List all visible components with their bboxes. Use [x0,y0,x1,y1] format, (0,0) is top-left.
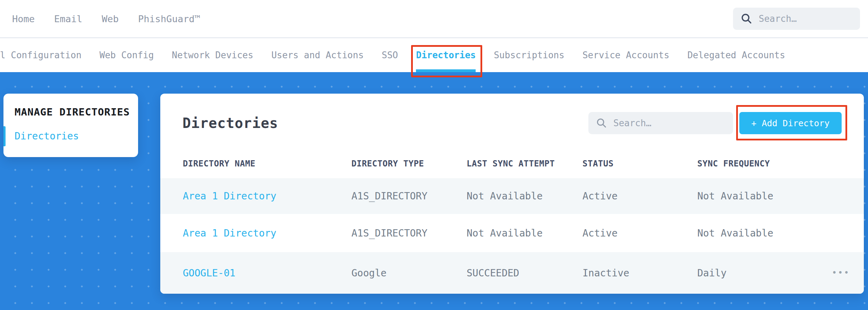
status-cell: Inactive [582,267,697,279]
sync-frequency-cell: Not Available [697,227,816,239]
tab-web-config[interactable]: Web Config [100,38,154,72]
nav-email[interactable]: Email [54,14,82,24]
directory-name-link[interactable]: GOOGLE-01 [183,267,351,279]
directory-name-link[interactable]: Area 1 Directory [183,227,351,239]
tab-network-devices[interactable]: Network Devices [172,38,253,72]
directory-type-cell: A1S_DIRECTORY [351,227,467,239]
directories-card: Directories + Add Directory [160,94,864,294]
directories-search[interactable] [588,112,733,134]
secondary-nav: l Configuration Web Config Network Devic… [0,38,868,72]
directories-search-input[interactable] [613,118,732,129]
search-icon [596,118,607,129]
active-item-indicator [3,126,6,146]
manage-directories-card: MANAGE DIRECTORIES Directories [3,94,138,157]
nav-web[interactable]: Web [102,14,119,24]
active-tab-underline [416,69,476,72]
row-actions-menu-icon[interactable]: ••• [816,268,864,278]
tab-directories[interactable]: Directories [416,38,476,72]
table-header: DIRECTORY NAME DIRECTORY TYPE LAST SYNC … [160,149,864,178]
directory-name-link[interactable]: Area 1 Directory [183,190,351,202]
table-row: Area 1 Directory A1S_DIRECTORY Not Avail… [160,178,864,214]
global-search[interactable] [733,8,860,30]
tab-directories-label: Directories [416,50,476,60]
last-sync-cell: SUCCEEDED [467,267,582,279]
col-directory-name: DIRECTORY NAME [183,159,351,169]
sidebar-item-directories[interactable]: Directories [15,130,138,142]
sidebar-item-directories-link[interactable]: Directories [15,130,79,142]
status-cell: Active [582,227,697,239]
tab-service-accounts[interactable]: Service Accounts [582,38,669,72]
sidebar-title: MANAGE DIRECTORIES [15,106,138,118]
add-directory-wrap: + Add Directory [739,112,842,134]
primary-nav-items: Home Email Web PhishGuard™ [0,14,200,24]
nav-phishguard[interactable]: PhishGuard™ [138,14,200,24]
search-icon [741,13,752,25]
card-header-controls: + Add Directory [588,112,842,134]
col-status: STATUS [582,159,697,169]
directory-type-cell: Google [351,267,467,279]
col-last-sync-attempt: LAST SYNC ATTEMPT [467,159,582,169]
table-row: Area 1 Directory A1S_DIRECTORY Not Avail… [160,214,864,252]
nav-home[interactable]: Home [12,14,35,24]
tab-delegated-accounts[interactable]: Delegated Accounts [687,38,785,72]
tab-email-configuration[interactable]: l Configuration [0,38,82,72]
primary-nav: Home Email Web PhishGuard™ [0,0,868,38]
page-background: MANAGE DIRECTORIES Directories Directori… [0,72,868,310]
sync-frequency-cell: Daily [697,267,816,279]
card-header: Directories + Add Directory [160,94,864,149]
last-sync-cell: Not Available [467,227,582,239]
tab-sso[interactable]: SSO [382,38,398,72]
col-sync-frequency: SYNC FREQUENCY [697,159,816,169]
sync-frequency-cell: Not Available [697,190,816,202]
directory-type-cell: A1S_DIRECTORY [351,190,467,202]
app-window: Home Email Web PhishGuard™ l Configurati… [0,0,868,310]
tab-users-and-actions[interactable]: Users and Actions [271,38,364,72]
status-cell: Active [582,190,697,202]
page-title: Directories [182,115,278,131]
add-directory-button[interactable]: + Add Directory [739,112,842,134]
tab-subscriptions[interactable]: Subscriptions [494,38,564,72]
col-directory-type: DIRECTORY TYPE [351,159,467,169]
last-sync-cell: Not Available [467,190,582,202]
table-row: GOOGLE-01 Google SUCCEEDED Inactive Dail… [160,252,864,294]
global-search-input[interactable] [758,13,859,24]
